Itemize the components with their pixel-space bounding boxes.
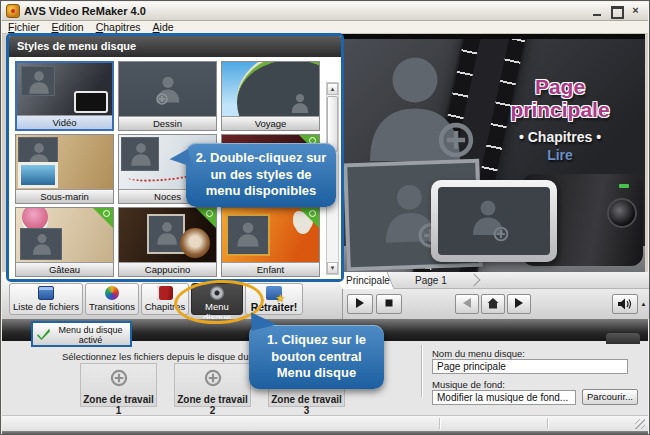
callout-step2: 2. Double-cliquez sur un des styles de m… [186,143,336,207]
menu-chapitres[interactable]: Chapitres [90,21,147,33]
chevron-right-icon [468,274,481,287]
style-thumb-label: Gâteau [16,262,113,276]
chapitres-button[interactable]: Chapitres [141,283,189,315]
menu-aide[interactable]: Aide [147,21,180,33]
transitions-button[interactable]: Transitions [85,283,139,315]
badge-icon [93,208,113,228]
work-zone-label: Zone de travail 1 [81,394,156,416]
photo-mini-icon [18,162,58,188]
panel-divider [421,345,422,397]
camcorder-lens-icon [607,198,637,228]
badge-icon [299,208,319,228]
menu-edition[interactable]: Edition [46,21,90,33]
player-bar: Principale Page 1 ▲ [342,272,650,319]
style-thumb-enfant[interactable]: Enfant [221,207,320,277]
stop-button[interactable] [376,294,402,314]
volume-button[interactable] [612,294,638,314]
styles-panel-title: Styles de menu disque [9,36,341,57]
disc-menu-title: Page principale [485,75,635,121]
chapters-icon [157,286,173,300]
toolbar-button-label: Chapitres [145,301,186,312]
menu-disque-active-tab[interactable]: Menu du disque activé [31,321,132,347]
style-thumb-gateau[interactable]: Gâteau [15,207,114,277]
callout-step1-text: 1. Cliquez sur le bouton central Menu di… [267,332,366,380]
style-thumb-label: Sous-marin [16,189,113,203]
style-thumb-cappucino[interactable]: Cappucino [118,207,217,277]
scroll-up-button[interactable]: ▲ [327,83,338,95]
cake-icon [22,208,48,230]
menu-name-label: Nom du menu disque: [432,348,525,359]
badge-icon [196,208,216,228]
resize-grip[interactable] [635,419,645,429]
toolbar-button-label: Liste de fichiers [13,301,79,312]
status-bar [2,415,648,431]
callout-step2-text: 2. Double-cliquez sur un des styles de m… [196,150,327,198]
style-thumb-video-art [17,63,112,115]
work-zone-label: Zone de travail 2 [175,394,250,416]
liste-de-fichiers-button[interactable]: Liste de fichiers [9,283,83,315]
toolbar-button-label: Transitions [89,301,135,312]
remake-icon [266,286,282,300]
breadcrumb-root-label: Principale [346,272,390,289]
collapsed-tab[interactable] [606,333,640,344]
check-icon [37,328,51,340]
style-thumb-label: Vidéo [17,115,112,129]
disc-menu-lire-link[interactable]: Lire [485,147,635,163]
work-zone-1[interactable]: Zone de travail 1 [80,363,157,407]
style-thumb-enfant-art [222,208,319,262]
disc-menu-icon [210,286,224,300]
music-label: Musique de fond: [432,379,505,390]
music-input[interactable] [432,390,576,405]
disc-menu-text: Page principale • Chapitres • Lire [485,75,635,163]
style-thumb-sous-marin[interactable]: Sous-marin [15,134,114,204]
coffee-cup-icon [180,228,210,258]
menu-name-input[interactable] [432,359,628,374]
title-bar: AVS Video ReMaker 4.0 × [2,2,648,21]
style-thumb-label: Cappucino [119,262,216,276]
disc-menu-chapitres-link[interactable]: • Chapitres • [485,129,635,145]
work-zone-label: Zone de travail 3 [269,394,344,416]
add-icon [203,368,223,388]
maximize-button[interactable] [610,5,623,17]
close-button[interactable]: × [629,5,642,17]
scroll-down-button[interactable]: ▼ [327,262,338,274]
browse-button[interactable]: Parcourir... [582,389,638,405]
style-thumb-gateau-art [16,208,113,262]
transitions-icon [105,286,119,300]
camcorder-mini-icon [74,91,108,113]
retraiter-button[interactable]: Retraiter! [245,283,303,315]
style-thumb-label: Voyage [222,116,319,130]
style-thumb-cappucino-art [119,208,216,262]
style-thumb-video[interactable]: Vidéo [15,61,114,131]
breadcrumb-principale-tab[interactable]: Principale [336,272,395,289]
home-menu-button[interactable] [481,294,505,314]
app-icon [6,4,20,18]
window-bottom-edge [2,431,648,435]
style-thumb-label: Dessin [119,116,216,130]
style-thumb-sous-marin-art [16,135,113,189]
camcorder-screen [431,180,557,262]
style-thumb-dessin[interactable]: Dessin [118,61,217,131]
add-placeholder-icon [435,119,477,161]
style-thumb-dessin-art [119,62,216,116]
work-zone-2[interactable]: Zone de travail 2 [174,363,251,407]
play-button[interactable] [347,294,373,314]
next-page-button[interactable] [507,294,531,314]
menu-disque-button[interactable]: Menu disque [191,283,243,315]
callout-step1: 1. Cliquez sur le bouton central Menu di… [249,325,384,389]
camcorder-led-icon [619,184,629,188]
minimize-button[interactable] [591,5,604,17]
file-list-icon [38,286,54,300]
style-thumb-voyage-art [222,62,319,116]
menu-fichier[interactable]: Fichier [2,21,46,33]
video-preview: Page principale • Chapitres • Lire [342,34,645,272]
volume-expander-button[interactable]: ▲ [639,294,648,314]
add-icon [109,368,129,388]
app-window: AVS Video ReMaker 4.0 × Fichier Edition … [0,0,650,435]
breadcrumb-page-tab[interactable]: Page 1 [415,272,447,289]
style-thumb-label: Enfant [222,262,319,276]
previous-page-button[interactable] [455,294,479,314]
style-thumb-voyage[interactable]: Voyage [221,61,320,131]
menu-breadcrumb: Principale Page 1 [343,272,650,289]
window-title: AVS Video ReMaker 4.0 [24,5,146,17]
